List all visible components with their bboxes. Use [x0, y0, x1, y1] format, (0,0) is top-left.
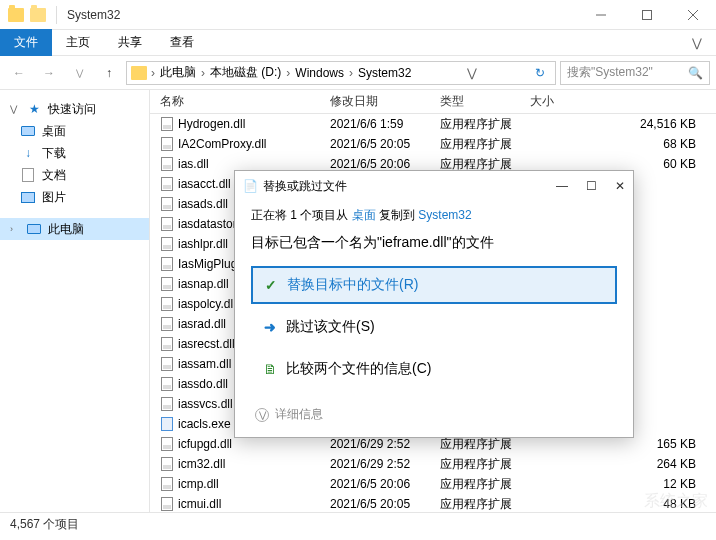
dialog-titlebar: 📄 替换或跳过文件 — ☐ ✕ — [235, 171, 633, 201]
breadcrumb-item[interactable]: Windows — [292, 66, 347, 80]
window-title: System32 — [67, 8, 120, 22]
tab-view[interactable]: 查看 — [156, 29, 208, 56]
star-icon: ★ — [26, 101, 42, 117]
ribbon-expand-icon[interactable]: ⋁ — [678, 36, 716, 50]
tab-home[interactable]: 主页 — [52, 29, 104, 56]
picture-icon — [20, 189, 36, 205]
search-icon[interactable]: 🔍 — [688, 66, 703, 80]
dll-icon — [160, 297, 174, 311]
maximize-button[interactable]: ☐ — [586, 179, 597, 193]
dll-icon — [160, 457, 174, 471]
dll-icon — [160, 137, 174, 151]
maximize-button[interactable] — [624, 0, 670, 30]
sidebar: ⋁ ★ 快速访问 桌面 ↓ 下载 文档 图片 › 此电脑 — [0, 90, 150, 512]
check-icon: ✓ — [263, 277, 279, 293]
dll-icon — [160, 357, 174, 371]
sidebar-item-desktop[interactable]: 桌面 — [0, 120, 149, 142]
chevron-down-icon[interactable]: ⋁ — [463, 66, 481, 80]
status-count: 4,567 个项目 — [10, 516, 79, 533]
breadcrumb[interactable]: › 此电脑 › 本地磁盘 (D:) › Windows › System32 ⋁… — [126, 61, 556, 85]
column-type[interactable]: 类型 — [430, 93, 520, 110]
file-name: iassvcs.dll — [178, 397, 233, 411]
tab-file[interactable]: 文件 — [0, 29, 52, 56]
file-name: iassam.dll — [178, 357, 231, 371]
dll-icon — [160, 397, 174, 411]
file-name: iasrad.dll — [178, 317, 226, 331]
dll-icon — [160, 177, 174, 191]
monitor-icon — [26, 221, 42, 237]
dll-icon — [160, 437, 174, 451]
recent-dropdown-icon[interactable]: ⋁ — [66, 60, 92, 86]
file-date: 2021/6/6 1:59 — [320, 117, 430, 131]
file-date: 2021/6/5 20:05 — [320, 137, 430, 151]
refresh-icon[interactable]: ↻ — [529, 66, 551, 80]
exe-icon — [160, 417, 174, 431]
dialog-message: 正在将 1 个项目从 桌面 复制到 System32 — [251, 207, 617, 224]
dialog-title: 替换或跳过文件 — [263, 178, 347, 195]
file-name: icmui.dll — [178, 497, 221, 511]
tab-share[interactable]: 共享 — [104, 29, 156, 56]
dll-icon — [160, 157, 174, 171]
sidebar-item-downloads[interactable]: ↓ 下载 — [0, 142, 149, 164]
option-replace[interactable]: ✓ 替换目标中的文件(R) — [251, 266, 617, 304]
link-dest[interactable]: System32 — [418, 208, 471, 222]
chevron-right-icon[interactable]: › — [286, 66, 290, 80]
file-name: iasrecst.dll — [178, 337, 235, 351]
file-type: 应用程序扩展 — [430, 116, 520, 133]
details-toggle[interactable]: ⋁ 详细信息 — [251, 406, 617, 423]
up-button[interactable]: ↑ — [96, 60, 122, 86]
file-row[interactable]: icmp.dll2021/6/5 20:06应用程序扩展12 KB — [150, 474, 716, 494]
file-size: 48 KB — [520, 497, 716, 511]
file-name: iasnap.dll — [178, 277, 229, 291]
file-size: 12 KB — [520, 477, 716, 491]
file-date: 2021/6/29 2:52 — [320, 457, 430, 471]
sidebar-item-thispc[interactable]: › 此电脑 — [0, 218, 149, 240]
chevron-down-icon: ⋁ — [255, 408, 269, 422]
file-type: 应用程序扩展 — [430, 476, 520, 493]
close-button[interactable]: ✕ — [615, 179, 625, 193]
option-label: 跳过该文件(S) — [286, 318, 375, 336]
chevron-down-icon[interactable]: ⋁ — [10, 104, 20, 114]
file-date: 2021/6/5 20:06 — [320, 477, 430, 491]
minimize-button[interactable] — [578, 0, 624, 30]
chevron-right-icon[interactable]: › — [349, 66, 353, 80]
search-input[interactable]: 搜索"System32" 🔍 — [560, 61, 710, 85]
option-compare[interactable]: 🗎 比较两个文件的信息(C) — [251, 350, 617, 388]
link-source[interactable]: 桌面 — [352, 208, 376, 222]
file-size: 68 KB — [520, 137, 716, 151]
file-size: 264 KB — [520, 457, 716, 471]
file-type: 应用程序扩展 — [430, 136, 520, 153]
close-button[interactable] — [670, 0, 716, 30]
breadcrumb-item[interactable]: 此电脑 — [157, 64, 199, 81]
column-name[interactable]: 名称 — [150, 93, 320, 110]
sidebar-item-documents[interactable]: 文档 — [0, 164, 149, 186]
ribbon: 文件 主页 共享 查看 ⋁ — [0, 30, 716, 56]
file-row[interactable]: Hydrogen.dll2021/6/6 1:59应用程序扩展24,516 KB — [150, 114, 716, 134]
file-name: iasads.dll — [178, 197, 228, 211]
dll-icon — [160, 217, 174, 231]
file-size: 60 KB — [520, 157, 716, 171]
file-type: 应用程序扩展 — [430, 456, 520, 473]
file-row[interactable]: icm32.dll2021/6/29 2:52应用程序扩展264 KB — [150, 454, 716, 474]
sidebar-item-quick[interactable]: ⋁ ★ 快速访问 — [0, 98, 149, 120]
file-size: 165 KB — [520, 437, 716, 451]
file-row[interactable]: IA2ComProxy.dll2021/6/5 20:05应用程序扩展68 KB — [150, 134, 716, 154]
column-size[interactable]: 大小 — [520, 93, 716, 110]
file-row[interactable]: icmui.dll2021/6/5 20:05应用程序扩展48 KB — [150, 494, 716, 512]
breadcrumb-item[interactable]: 本地磁盘 (D:) — [207, 64, 284, 81]
forward-button[interactable]: → — [36, 60, 62, 86]
sidebar-item-label: 图片 — [42, 189, 66, 206]
file-name: iasacct.dll — [178, 177, 231, 191]
file-name: IA2ComProxy.dll — [178, 137, 266, 151]
breadcrumb-item[interactable]: System32 — [355, 66, 414, 80]
dll-icon — [160, 337, 174, 351]
sidebar-item-pictures[interactable]: 图片 — [0, 186, 149, 208]
back-button[interactable]: ← — [6, 60, 32, 86]
minimize-button[interactable]: — — [556, 179, 568, 193]
column-date[interactable]: 修改日期 — [320, 93, 430, 110]
chevron-right-icon[interactable]: › — [201, 66, 205, 80]
chevron-right-icon[interactable]: › — [151, 66, 155, 80]
replace-dialog: 📄 替换或跳过文件 — ☐ ✕ 正在将 1 个项目从 桌面 复制到 System… — [234, 170, 634, 438]
chevron-right-icon[interactable]: › — [10, 224, 20, 234]
option-skip[interactable]: ➜ 跳过该文件(S) — [251, 308, 617, 346]
